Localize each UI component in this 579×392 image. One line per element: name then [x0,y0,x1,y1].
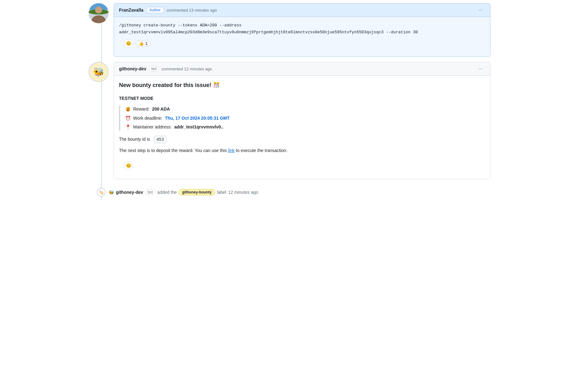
next-step-text: The next step is to deposit the reward. … [119,147,485,154]
comment-franzavalla: FranZavalla Author commented 13 minutes … [89,3,490,57]
comment-box-githoney-dev: githoney-dev bot commented 12 minutes ag… [114,62,490,179]
deadline-value: Thu, 17 Oct 2024 20:05:31 GMT [165,115,230,122]
activity-action: added the [157,190,177,195]
activity-bot-badge: bot [145,189,155,195]
bee-avatar-icon: 🐝 [93,67,104,77]
command-code: /githoney create-bounty --tokens ADA=200… [119,22,485,36]
bounty-title: New bounty created for this issue! 🎊 [119,81,485,90]
testnet-label: TESTNET MODE [119,95,485,102]
reward-label: Reward: [133,106,149,112]
bot-comment-menu-button[interactable]: ··· [476,65,485,73]
address-line: 📍 Maintainer address: addr_test1qrvvmnvl… [125,123,485,130]
reward-line: 🍯 Reward: 200 ADA [125,106,485,112]
reward-value: 200 ADA [152,106,170,112]
comment-header-franzavalla: FranZavalla Author commented 13 minutes … [114,3,490,17]
reactions-franzavalla: 😊 👍 1 [119,36,485,52]
svg-point-5 [95,7,102,14]
deadline-line: ⏰ Work deadline: Thu, 17 Oct 2024 20:05:… [125,115,485,122]
reactions-githoney-dev: 😊 [119,158,485,174]
bot-commenter-name: githoney-dev [119,66,146,71]
bounty-info-block: 🍯 Reward: 200 ADA ⏰ Work deadline: Thu, … [119,106,485,130]
activity-tag-icon-wrapper: 🏷️ [97,188,106,197]
comment-header-githoney-dev: githoney-dev bot commented 12 minutes ag… [114,62,490,76]
commenter-name: FranZavalla [119,8,143,13]
comment-menu-button[interactable]: ··· [476,6,485,14]
author-badge: Author [146,7,164,13]
deadline-icon: ⏰ [125,115,131,122]
bounty-id-badge: 453 [154,136,167,144]
avatar-franzavalla [89,3,109,23]
bot-comment-time: commented 12 minutes ago [162,67,212,71]
comment-body-franzavalla: /githoney create-bounty --tokens ADA=200… [114,17,490,57]
add-reaction-button[interactable]: 😊 [124,39,133,48]
comment-header-left: FranZavalla Author commented 13 minutes … [119,7,217,13]
avatar-image [89,3,109,23]
comment-time: commented 13 minutes ago [166,8,217,13]
comment-header-left-bot: githoney-dev bot commented 12 minutes ag… [119,66,212,72]
activity-bee-icon: 🐝 [109,190,114,195]
deadline-label: Work deadline: [133,115,162,122]
address-label: Maintainer address: [133,123,172,130]
reaction-count: 1 [145,41,148,46]
activity-row-label-added: 🏷️ 🐝 githoney-dev bot added the githoney… [89,184,490,200]
tag-icon: 🏷️ [99,190,104,195]
githoney-bounty-label: githoney-bounty [179,189,215,195]
thumbsup-reaction-button[interactable]: 👍 1 [135,40,151,47]
activity-details: 🐝 githoney-dev bot added the githoney-bo… [109,189,258,195]
activity-time: 12 minutes ago [228,190,258,195]
activity-text-label: label [217,190,226,195]
avatar-githoney-dev: 🐝 [89,62,109,82]
add-reaction-bot-button[interactable]: 😊 [124,161,133,170]
transaction-link[interactable]: link [228,148,235,153]
activity-actor-name: githoney-dev [116,190,143,195]
address-value: addr_test1qrvvmnvlv0.. [174,123,223,130]
comment-box-franzavalla: FranZavalla Author commented 13 minutes … [114,3,490,57]
comment-thread: FranZavalla Author commented 13 minutes … [82,0,497,204]
reward-icon: 🍯 [125,106,131,112]
address-icon: 📍 [125,123,131,130]
comment-githoney-dev: 🐝 githoney-dev bot commented 12 minutes … [89,62,490,179]
bounty-id-text: The bounty id is 453 [119,136,485,144]
comment-body-githoney-dev: New bounty created for this issue! 🎊 TES… [114,76,490,179]
thumbsup-icon: 👍 [139,41,144,46]
bot-badge: bot [149,66,159,72]
